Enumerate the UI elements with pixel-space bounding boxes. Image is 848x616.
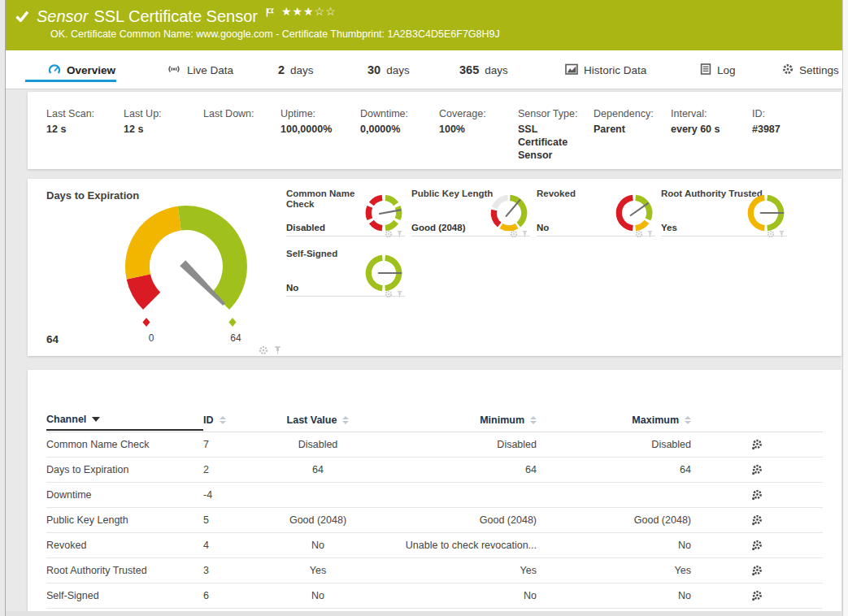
gauge-pin-icon[interactable] bbox=[521, 227, 528, 241]
header-last-value[interactable]: Last Value bbox=[254, 414, 382, 426]
cell-channel: Self-Signed bbox=[46, 590, 203, 601]
gauge-pin-icon[interactable] bbox=[396, 227, 403, 241]
cell-id: 3 bbox=[203, 565, 254, 576]
gauge-pin-icon[interactable] bbox=[778, 227, 785, 241]
channel-settings-button[interactable] bbox=[691, 540, 823, 551]
channel-table-row[interactable]: Days to Expiration 2 64 64 64 bbox=[46, 458, 823, 483]
sensor-header: Sensor SSL Certificate Sensor ★★★☆☆ OK. … bbox=[6, 0, 842, 50]
cell-minimum: Good (2048) bbox=[382, 514, 537, 526]
cell-last-value: No bbox=[254, 540, 382, 551]
sort-icon bbox=[685, 416, 691, 424]
tab-settings[interactable]: Settings bbox=[782, 59, 839, 81]
flag-icon[interactable] bbox=[266, 7, 275, 21]
log-icon bbox=[700, 63, 711, 77]
mini-gauge-public-key-length[interactable]: Public Key Length Good (2048) bbox=[411, 187, 530, 236]
channel-settings-button[interactable] bbox=[691, 439, 823, 450]
cell-channel: Root Authority Trusted bbox=[46, 565, 203, 576]
cell-id: -4 bbox=[203, 489, 254, 501]
tab-30-days[interactable]: 30 days bbox=[367, 59, 410, 81]
tab-bar: Overview Live Data 2 days 30 days 365 da… bbox=[6, 50, 842, 89]
channel-table-row[interactable]: Public Key Length 5 Good (2048) Good (20… bbox=[46, 508, 823, 533]
gauge-settings-gear-icon[interactable] bbox=[510, 227, 518, 241]
channel-settings-button[interactable] bbox=[691, 514, 823, 526]
page-title: SSL Certificate Sensor bbox=[93, 6, 258, 27]
gauge-pin-icon[interactable] bbox=[646, 227, 654, 241]
scale-max-marker bbox=[228, 318, 236, 327]
gauge-settings-gear-icon[interactable] bbox=[259, 344, 268, 358]
header-minimum[interactable]: Minimum bbox=[382, 414, 537, 426]
cell-last-value: 64 bbox=[254, 464, 382, 475]
cell-channel: Days to Expiration bbox=[46, 464, 203, 475]
cell-last-value: Yes bbox=[254, 565, 382, 576]
active-tab-underline bbox=[25, 80, 116, 82]
sort-icon bbox=[220, 416, 226, 424]
header-channel[interactable]: Channel bbox=[46, 410, 203, 431]
priority-stars[interactable]: ★★★☆☆ bbox=[281, 5, 337, 18]
stars-filled: ★★★ bbox=[281, 5, 315, 18]
channel-table-row[interactable]: Self-Signed 6 No No No bbox=[46, 583, 823, 609]
sort-icon bbox=[342, 416, 349, 424]
channel-settings-button[interactable] bbox=[691, 464, 823, 475]
cell-minimum: No bbox=[382, 590, 537, 601]
mini-gauge-revoked[interactable]: Revoked No bbox=[537, 187, 655, 236]
cell-last-value: No bbox=[254, 590, 382, 601]
cell-minimum: Yes bbox=[382, 565, 537, 576]
sensor-status-message: OK. Certificate Common Name: www.google.… bbox=[50, 28, 500, 40]
cell-channel: Revoked bbox=[46, 540, 203, 551]
tab-log[interactable]: Log bbox=[700, 59, 736, 81]
info-sensor-type: Sensor Type:SSL Certificate Sensor bbox=[518, 108, 594, 162]
tab-2-days[interactable]: 2 days bbox=[278, 59, 314, 81]
cell-id: 2 bbox=[203, 464, 254, 475]
gauge-needle bbox=[180, 260, 225, 306]
window-right-gutter bbox=[842, 0, 848, 616]
gauge-settings-gear-icon[interactable] bbox=[385, 227, 393, 241]
cell-maximum: No bbox=[537, 540, 691, 551]
gauge-icon bbox=[48, 63, 61, 77]
table-header-row: Channel ID Last Value Minimum Maximum bbox=[46, 409, 823, 432]
tab-live-data[interactable]: Live Data bbox=[167, 59, 233, 81]
gauge-settings-gear-icon[interactable] bbox=[767, 227, 775, 241]
cell-minimum: Unable to check revocation... bbox=[382, 540, 537, 551]
gauge-settings-gear-icon[interactable] bbox=[635, 227, 643, 241]
mini-gauge-self-signed[interactable]: Self-Signed No bbox=[286, 247, 405, 297]
cell-minimum: 64 bbox=[382, 464, 537, 475]
cell-id: 5 bbox=[203, 514, 254, 526]
channel-table-row[interactable]: Common Name Check 7 Disabled Disabled Di… bbox=[46, 432, 823, 458]
gauge-pin-icon[interactable] bbox=[273, 344, 282, 358]
info-id: ID:#3987 bbox=[752, 108, 809, 162]
tab-overview[interactable]: Overview bbox=[48, 59, 115, 81]
page-bottom-gutter bbox=[6, 611, 842, 616]
cell-minimum: Disabled bbox=[382, 439, 537, 450]
info-interval: Interval:every 60 s bbox=[671, 108, 752, 162]
stars-empty: ☆☆ bbox=[315, 5, 337, 18]
gauge-settings-gear-icon[interactable] bbox=[385, 287, 393, 301]
gauge-pin-icon[interactable] bbox=[396, 287, 403, 301]
cell-maximum: Disabled bbox=[537, 439, 691, 450]
channel-settings-button[interactable] bbox=[691, 489, 823, 501]
info-last-down: Last Down: bbox=[203, 108, 280, 162]
channel-table-row[interactable]: Downtime -4 bbox=[46, 483, 823, 508]
tab-historic-data[interactable]: Historic Data bbox=[565, 59, 646, 81]
cell-id: 6 bbox=[203, 590, 254, 601]
gear-icon bbox=[782, 63, 794, 77]
channel-settings-button[interactable] bbox=[691, 590, 823, 601]
scale-min-marker bbox=[142, 318, 150, 327]
mini-gauge-root-authority-trusted[interactable]: Root Authority Trusted Yes bbox=[661, 187, 787, 236]
cell-id: 4 bbox=[203, 540, 254, 551]
cell-maximum: Yes bbox=[537, 565, 691, 576]
info-last-scan: Last Scan:12 s bbox=[46, 108, 124, 162]
channel-table-row[interactable]: Revoked 4 No Unable to check revocation.… bbox=[46, 533, 823, 558]
days-to-expiration-gauge[interactable]: 0 64 bbox=[28, 179, 308, 356]
mini-gauge-common-name-check[interactable]: Common Name Check Disabled bbox=[286, 187, 405, 236]
cell-maximum: No bbox=[537, 590, 691, 601]
channel-settings-button[interactable] bbox=[691, 565, 823, 576]
header-maximum[interactable]: Maximum bbox=[537, 414, 691, 426]
object-kind-label: Sensor bbox=[37, 6, 88, 27]
cell-last-value: Good (2048) bbox=[254, 514, 382, 526]
header-id[interactable]: ID bbox=[203, 414, 254, 426]
tab-365-days[interactable]: 365 days bbox=[459, 59, 508, 81]
info-coverage: Coverage:100% bbox=[439, 108, 518, 162]
channel-table-row[interactable]: Root Authority Trusted 3 Yes Yes Yes bbox=[46, 558, 823, 583]
cell-maximum: Good (2048) bbox=[537, 514, 691, 526]
cell-channel: Common Name Check bbox=[46, 439, 203, 450]
